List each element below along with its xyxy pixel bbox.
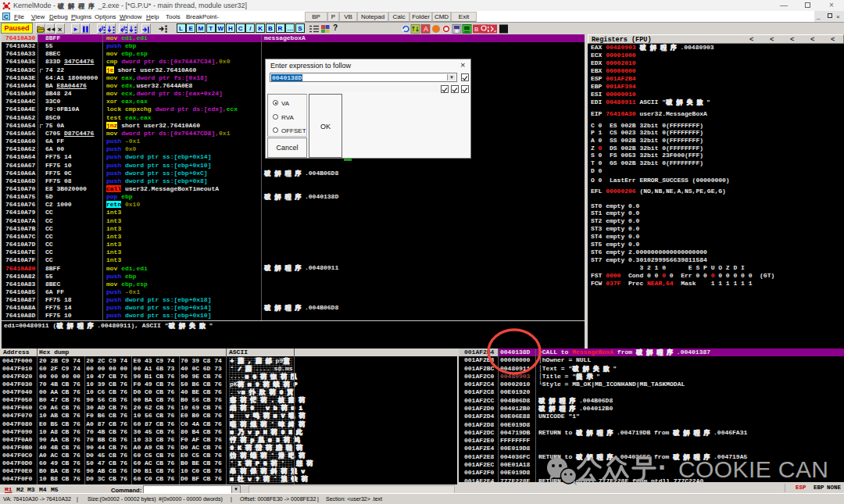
svg-text:A: A <box>424 25 428 33</box>
svg-text:B: B <box>474 26 478 33</box>
